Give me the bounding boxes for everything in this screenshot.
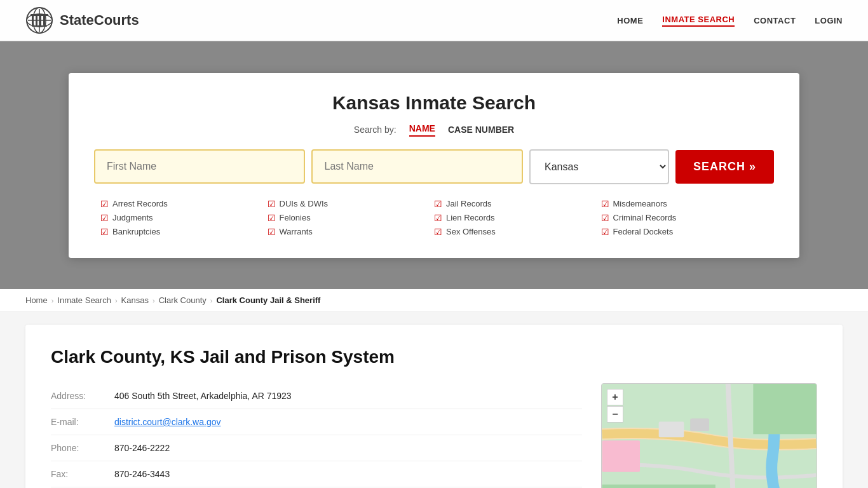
check-bankruptcies: ☑ Bankruptcies	[100, 225, 268, 239]
info-area: Address: 406 South 5th Street, Arkadelph…	[51, 383, 582, 488]
check-jail-records: ☑ Jail Records	[434, 197, 601, 211]
check-sex-offenses: ☑ Sex Offenses	[434, 225, 601, 239]
breadcrumb-kansas[interactable]: Kansas	[121, 295, 149, 305]
nav-login[interactable]: LOGIN	[815, 16, 843, 25]
email-link[interactable]: district.court@clark.wa.gov	[114, 417, 220, 427]
check-label-bankruptcies: Bankruptcies	[112, 227, 160, 236]
svg-rect-12	[602, 485, 715, 488]
check-criminal-records: ☑ Criminal Records	[601, 211, 768, 225]
label-fax: Fax:	[51, 461, 114, 487]
breadcrumb-inmate-search[interactable]: Inmate Search	[57, 295, 111, 305]
info-row-email: E-mail: district.court@clark.wa.gov	[51, 409, 582, 435]
check-icon-lien: ☑	[434, 213, 442, 223]
map-zoom-in[interactable]: +	[607, 389, 623, 405]
check-label-judgments: Judgments	[112, 213, 153, 222]
search-by-label: Search by:	[354, 125, 397, 135]
check-federal-dockets: ☑ Federal Dockets	[601, 225, 768, 239]
svg-rect-7	[39, 15, 41, 25]
check-icon-misdemeanors: ☑	[601, 199, 609, 209]
check-icon-felonies: ☑	[268, 213, 276, 223]
label-address: Address:	[51, 383, 114, 409]
content-section: Clark County, KS Jail and Prison System …	[0, 312, 868, 488]
check-warrants: ☑ Warrants	[268, 225, 435, 239]
value-phone: 870-246-2222	[114, 435, 582, 461]
check-icon-criminal: ☑	[601, 213, 609, 223]
svg-rect-15	[690, 419, 709, 431]
tab-case[interactable]: CASE NUMBER	[448, 125, 514, 135]
breadcrumb-home[interactable]: Home	[25, 295, 48, 305]
value-email: district.court@clark.wa.gov	[114, 409, 582, 435]
check-icon-bankruptcies: ☑	[100, 227, 109, 237]
search-inputs-row: Kansas Alabama Alaska Arizona Arkansas C…	[94, 149, 774, 184]
check-misdemeanors: ☑ Misdemeanors	[601, 197, 768, 211]
search-button[interactable]: SEARCH »	[675, 150, 774, 184]
breadcrumb-sep-2: ›	[115, 297, 118, 304]
check-label-criminal: Criminal Records	[613, 213, 677, 222]
nav-inmate-search[interactable]: INMATE SEARCH	[662, 15, 735, 27]
breadcrumb-sep-4: ›	[210, 297, 213, 304]
info-row-phone: Phone: 870-246-2222	[51, 435, 582, 461]
check-label-warrants: Warrants	[280, 227, 313, 236]
logo-area: StateCourts	[25, 6, 139, 34]
check-arrest-records: ☑ Arrest Records	[100, 197, 268, 211]
search-by-row: Search by: NAME CASE NUMBER	[94, 123, 774, 137]
breadcrumb-clark-county[interactable]: Clark County	[159, 295, 207, 305]
check-lien-records: ☑ Lien Records	[434, 211, 601, 225]
check-icon-jail: ☑	[434, 199, 442, 209]
svg-rect-8	[43, 15, 45, 25]
check-felonies: ☑ Felonies	[268, 211, 435, 225]
svg-rect-14	[659, 421, 684, 437]
breadcrumb-sep-1: ›	[51, 297, 54, 304]
logo-text: StateCourts	[60, 12, 139, 29]
svg-rect-16	[602, 440, 640, 472]
svg-rect-10	[32, 25, 47, 27]
svg-rect-9	[31, 14, 48, 16]
map-controls: + −	[607, 389, 623, 423]
check-label-duis: DUIs & DWIs	[280, 199, 329, 208]
map-area: + −	[601, 383, 817, 488]
svg-rect-5	[32, 15, 34, 25]
info-row-fax: Fax: 870-246-3443	[51, 461, 582, 487]
info-row-address: Address: 406 South 5th Street, Arkadelph…	[51, 383, 582, 409]
content-inner: Address: 406 South 5th Street, Arkadelph…	[51, 383, 817, 488]
check-icon-sex-offenses: ☑	[434, 227, 442, 237]
check-icon-warrants: ☑	[268, 227, 276, 237]
value-fax: 870-246-3443	[114, 461, 582, 487]
label-phone: Phone:	[51, 435, 114, 461]
nav-contact[interactable]: CONTACT	[754, 16, 796, 25]
state-select[interactable]: Kansas Alabama Alaska Arizona Arkansas C…	[529, 149, 669, 184]
search-card: Kansas Inmate Search Search by: NAME CAS…	[69, 73, 799, 258]
check-icon-duis: ☑	[268, 199, 276, 209]
info-table: Address: 406 South 5th Street, Arkadelph…	[51, 383, 582, 488]
check-label-sex-offenses: Sex Offenses	[446, 227, 496, 236]
nav-home[interactable]: HOME	[617, 16, 643, 25]
check-label-arrest: Arrest Records	[112, 199, 168, 208]
breadcrumb-sep-3: ›	[153, 297, 155, 304]
content-card: Clark County, KS Jail and Prison System …	[25, 325, 843, 488]
map-zoom-out[interactable]: −	[607, 406, 623, 423]
main-nav: HOME INMATE SEARCH CONTACT LOGIN	[617, 15, 843, 27]
check-label-felonies: Felonies	[280, 213, 311, 222]
label-email: E-mail:	[51, 409, 114, 435]
check-label-misdemeanors: Misdemeanors	[613, 199, 667, 208]
first-name-input[interactable]	[94, 149, 305, 184]
check-icon-arrest: ☑	[100, 199, 109, 209]
check-label-lien: Lien Records	[446, 213, 495, 222]
logo-icon	[25, 6, 53, 34]
hero-section: COURTHOUSE Kansas Inmate Search Search b…	[0, 41, 868, 289]
svg-rect-13	[753, 384, 816, 434]
tab-name[interactable]: NAME	[409, 123, 435, 137]
checklist-grid: ☑ Arrest Records ☑ Judgments ☑ Bankruptc…	[94, 197, 774, 239]
value-address: 406 South 5th Street, Arkadelphia, AR 71…	[114, 383, 582, 409]
card-title: Kansas Inmate Search	[94, 92, 774, 114]
svg-rect-6	[36, 15, 37, 25]
last-name-input[interactable]	[311, 149, 522, 184]
site-header: StateCourts HOME INMATE SEARCH CONTACT L…	[0, 0, 868, 41]
check-duis: ☑ DUIs & DWIs	[268, 197, 435, 211]
check-label-federal: Federal Dockets	[613, 227, 674, 236]
check-icon-federal: ☑	[601, 227, 609, 237]
check-judgments: ☑ Judgments	[100, 211, 268, 225]
breadcrumb-current: Clark County Jail & Sheriff	[216, 295, 320, 305]
breadcrumb: Home › Inmate Search › Kansas › Clark Co…	[0, 289, 868, 312]
content-title: Clark County, KS Jail and Prison System	[51, 347, 817, 367]
